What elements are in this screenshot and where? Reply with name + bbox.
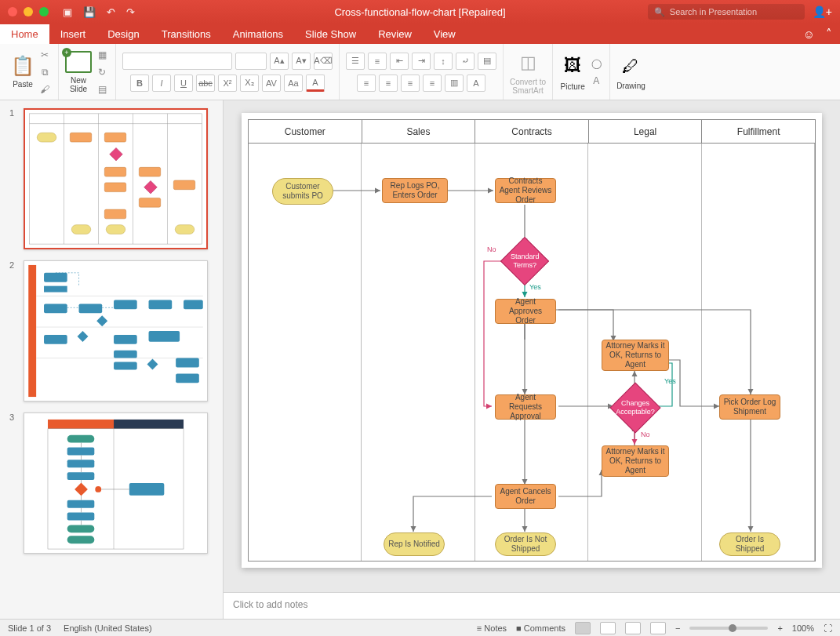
copy-icon[interactable]: ⧉	[38, 66, 52, 78]
minimize-window-button[interactable]	[24, 7, 33, 16]
char-spacing-button[interactable]: AV	[262, 75, 281, 92]
node-attorney-ok-2[interactable]: Attorney Marks it OK, Returns to Agent	[602, 445, 669, 477]
zoom-in-button[interactable]: +	[777, 623, 782, 633]
columns-button[interactable]: ▥	[445, 75, 464, 92]
subscript-button[interactable]: X₂	[240, 75, 259, 92]
align-text-button[interactable]: ▤	[478, 53, 496, 70]
reset-slide-icon[interactable]: ↻	[95, 66, 109, 78]
font-family-dropdown[interactable]	[122, 53, 232, 70]
ribbon: 📋 Paste ✂ ⧉ 🖌 New Slide ▦ ↻ ▤	[0, 44, 840, 100]
normal-view-button[interactable]	[575, 622, 591, 634]
tab-view[interactable]: View	[423, 24, 467, 44]
tab-home[interactable]: Home	[0, 24, 49, 44]
thumbnail-1[interactable]	[24, 108, 208, 249]
zoom-out-button[interactable]: −	[675, 623, 680, 633]
italic-button[interactable]: I	[152, 75, 171, 92]
slideshow-view-button[interactable]	[650, 622, 666, 634]
cut-icon[interactable]: ✂	[38, 49, 52, 61]
slide-editor: Customer Sales Contracts Legal Fulfillme…	[224, 100, 840, 619]
numbering-button[interactable]: ≡	[368, 53, 387, 70]
change-case-button[interactable]: Aa	[284, 75, 303, 92]
decrease-indent-button[interactable]: ⇤	[390, 53, 409, 70]
superscript-button[interactable]: X²	[218, 75, 237, 92]
edge-label-no-2: No	[641, 431, 650, 438]
bold-button[interactable]: B	[130, 75, 149, 92]
node-customer-submits[interactable]: Customer submits PO	[272, 178, 333, 205]
tab-insert[interactable]: Insert	[49, 24, 97, 44]
tab-design[interactable]: Design	[96, 24, 150, 44]
drawing-icon[interactable]: 🖊	[617, 53, 644, 80]
new-slide-icon[interactable]	[65, 51, 92, 73]
thumbnail-number: 3	[9, 412, 17, 554]
collapse-ribbon-icon[interactable]: ˄	[826, 27, 832, 41]
shrink-font-button[interactable]: A▾	[292, 53, 311, 70]
reading-view-button[interactable]	[625, 622, 641, 634]
shapes-icon[interactable]: ◯	[589, 57, 603, 70]
slide-thumbnails-panel: 1	[0, 100, 224, 619]
layout-icon[interactable]: ▦	[95, 49, 109, 61]
text-box-button[interactable]: A	[467, 75, 485, 92]
svg-rect-24	[44, 273, 67, 282]
notes-toggle[interactable]: ≡ Notes	[477, 623, 507, 633]
redo-icon[interactable]: ↷	[126, 6, 135, 18]
node-order-not-shipped[interactable]: Order Is Not Shipped	[495, 532, 556, 556]
tab-review[interactable]: Review	[367, 24, 423, 44]
thumbnail-2[interactable]	[24, 260, 208, 402]
tab-animations[interactable]: Animations	[222, 24, 294, 44]
bullets-button[interactable]: ☰	[346, 53, 365, 70]
font-size-dropdown[interactable]	[235, 53, 267, 70]
increase-indent-button[interactable]: ⇥	[412, 53, 431, 70]
node-order-shipped[interactable]: Order Is Shipped	[719, 532, 780, 556]
node-agent-approves[interactable]: Agent Approves Order	[495, 299, 556, 324]
search-icon: 🔍	[654, 7, 665, 17]
notes-pane[interactable]: Click to add notes	[224, 592, 840, 619]
lane-header-sales: Sales	[362, 120, 476, 143]
ribbon-group-font: A▴ A▾ A⌫ B I U abc X² X₂ AV Aa A	[116, 44, 340, 100]
align-center-button[interactable]: ≡	[379, 75, 398, 92]
slide-canvas[interactable]: Customer Sales Contracts Legal Fulfillme…	[242, 113, 822, 568]
format-painter-icon[interactable]: 🖌	[38, 83, 52, 96]
node-agent-cancels[interactable]: Agent Cancels Order	[495, 484, 556, 509]
zoom-percent[interactable]: 100%	[792, 623, 814, 633]
node-pick-order[interactable]: Pick Order Log Shipment	[719, 394, 780, 420]
textbox-icon[interactable]: A	[589, 75, 603, 87]
smiley-icon[interactable]: ☺	[803, 27, 815, 41]
status-right: ≡ Notes ■ Comments − + 100% ⛶	[477, 622, 832, 634]
undo-icon[interactable]: ↶	[107, 6, 115, 18]
underline-button[interactable]: U	[174, 75, 193, 92]
node-contracts-reviews[interactable]: Contracts Agent Reviews Order	[495, 178, 556, 203]
save-icon[interactable]: 💾	[83, 6, 96, 18]
line-spacing-button[interactable]: ↕	[434, 53, 453, 70]
align-right-button[interactable]: ≡	[401, 75, 420, 92]
node-rep-logs[interactable]: Rep Logs PO, Enters Order	[382, 178, 448, 203]
tab-transitions[interactable]: Transitions	[151, 24, 222, 44]
section-icon[interactable]: ▤	[95, 83, 109, 96]
search-box[interactable]: 🔍 Search in Presentation	[648, 4, 805, 20]
thumbnail-3[interactable]	[24, 412, 208, 554]
tab-slideshow[interactable]: Slide Show	[294, 24, 367, 44]
maximize-window-button[interactable]	[39, 7, 49, 16]
share-icon[interactable]: 👤+	[813, 5, 832, 18]
language-indicator[interactable]: English (United States)	[64, 623, 152, 633]
font-color-button[interactable]: A	[306, 75, 325, 92]
grow-font-button[interactable]: A▴	[270, 53, 289, 70]
svg-rect-9	[110, 147, 123, 161]
picture-icon[interactable]: 🖼	[559, 53, 586, 79]
zoom-slider[interactable]	[689, 627, 768, 630]
align-left-button[interactable]: ≡	[357, 75, 376, 92]
node-attorney-ok-1[interactable]: Attorney Marks it OK, Returns to Agent	[602, 340, 669, 371]
edge-label-yes-1: Yes	[529, 283, 541, 291]
paste-icon[interactable]: 📋	[11, 55, 35, 77]
sorter-view-button[interactable]	[600, 622, 616, 634]
lane-header-customer: Customer	[249, 120, 362, 143]
strike-button[interactable]: abc	[196, 75, 215, 92]
comments-toggle[interactable]: ■ Comments	[516, 623, 565, 633]
node-agent-requests[interactable]: Agent Requests Approval	[495, 394, 556, 420]
text-direction-button[interactable]: ⤾	[456, 53, 475, 70]
node-rep-notified[interactable]: Rep Is Notified	[384, 532, 445, 556]
fit-to-window-button[interactable]: ⛶	[824, 623, 832, 633]
close-window-button[interactable]	[8, 7, 17, 16]
clear-format-button[interactable]: A⌫	[314, 53, 333, 70]
smartart-icon[interactable]: ◫	[515, 49, 541, 76]
justify-button[interactable]: ≡	[423, 75, 442, 92]
